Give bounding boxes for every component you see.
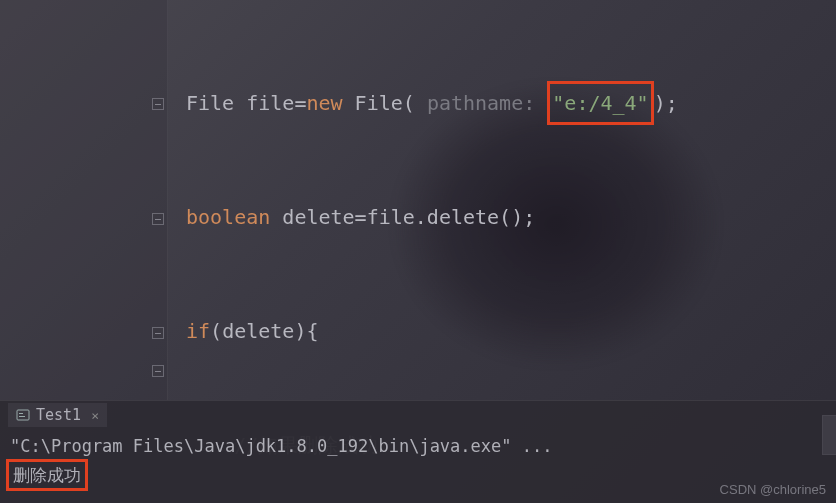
code-line[interactable]: if(delete){	[186, 312, 678, 350]
highlight-output: 删除成功	[6, 459, 88, 491]
keyword-token: new	[306, 91, 342, 115]
console-output-line: 删除成功	[10, 459, 826, 491]
identifier-token: delete	[282, 205, 354, 229]
editor-gutter	[0, 0, 168, 400]
svg-rect-1	[19, 413, 23, 414]
close-icon[interactable]: ×	[91, 408, 99, 423]
fold-marker-icon[interactable]	[152, 213, 164, 225]
highlight-string-arg: "e:/4_4"	[547, 81, 653, 125]
code-line[interactable]: boolean delete=file.delete();	[186, 198, 678, 236]
identifier-token: file	[246, 91, 294, 115]
param-hint: pathname:	[427, 91, 535, 115]
run-console-panel: Test1 × "C:\Program Files\Java\jdk1.8.0_…	[0, 400, 836, 503]
keyword-token: boolean	[186, 205, 270, 229]
console-tab-bar: Test1 ×	[0, 401, 836, 429]
fold-marker-icon[interactable]	[152, 365, 164, 377]
svg-rect-2	[19, 416, 25, 417]
svg-rect-0	[17, 410, 29, 420]
console-tab[interactable]: Test1 ×	[8, 403, 107, 427]
keyword-token: if	[186, 319, 210, 343]
console-tab-label: Test1	[36, 406, 81, 424]
type-token: File	[186, 91, 234, 115]
console-cmd-line: "C:\Program Files\Java\jdk1.8.0_192\bin\…	[10, 433, 826, 459]
fold-marker-icon[interactable]	[152, 98, 164, 110]
ctor-token: File	[355, 91, 403, 115]
code-line[interactable]: File file=new File( pathname: "e:/4_4");	[186, 84, 678, 122]
watermark-text: CSDN @chlorine5	[720, 482, 826, 497]
fold-marker-icon[interactable]	[152, 327, 164, 339]
console-output[interactable]: "C:\Program Files\Java\jdk1.8.0_192\bin\…	[0, 429, 836, 495]
string-token: "e:/4_4"	[552, 91, 648, 115]
side-tool-button[interactable]	[822, 415, 836, 455]
run-config-icon	[16, 408, 30, 422]
